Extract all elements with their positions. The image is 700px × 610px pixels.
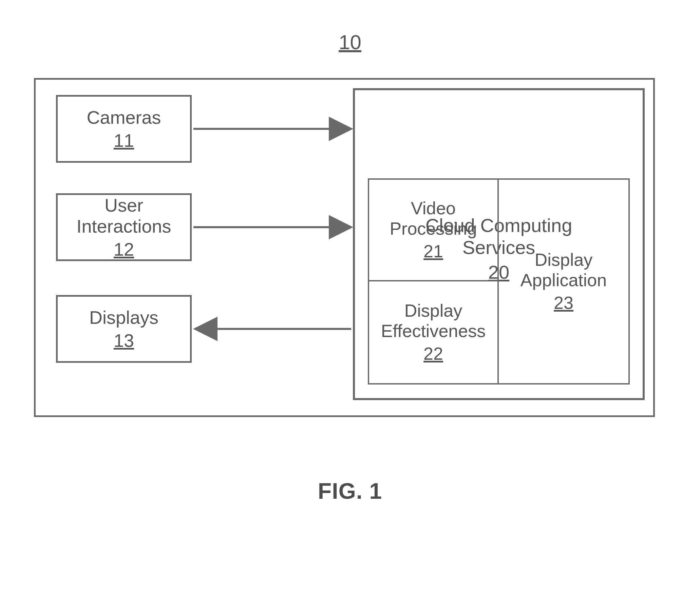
block-cloud-services: Cloud ComputingServices 20 VideoProcessi…	[353, 88, 645, 400]
cell-video-processing-ref: 21	[423, 241, 443, 261]
cell-display-application: DisplayApplication 23	[499, 180, 628, 383]
block-user-interactions-label: UserInteractions	[76, 195, 171, 237]
system-ref-label: 10	[0, 31, 700, 54]
block-displays-label: Displays	[89, 307, 158, 328]
figure-caption: FIG. 1	[0, 478, 700, 504]
cell-video-processing: VideoProcessing 21	[369, 180, 499, 282]
block-displays: Displays 13	[56, 295, 192, 363]
cell-display-effectiveness-label: DisplayEffectiveness	[381, 301, 485, 341]
cloud-grid: VideoProcessing 21 DisplayEffectiveness …	[368, 178, 630, 385]
cell-display-effectiveness-ref: 22	[423, 343, 443, 364]
cell-display-application-label: DisplayApplication	[520, 250, 607, 291]
block-user-interactions-ref: 12	[114, 239, 134, 260]
cell-display-effectiveness: DisplayEffectiveness 22	[369, 282, 499, 383]
block-displays-ref: 13	[114, 330, 134, 351]
diagram-canvas: 10 Cameras 11 UserInteractions 12 Displa…	[0, 0, 700, 610]
block-cameras: Cameras 11	[56, 95, 192, 163]
cell-display-application-ref: 23	[554, 293, 573, 313]
cell-video-processing-label: VideoProcessing	[390, 198, 477, 239]
block-cameras-label: Cameras	[87, 107, 161, 128]
block-cameras-ref: 11	[114, 130, 134, 151]
block-user-interactions: UserInteractions 12	[56, 193, 192, 261]
